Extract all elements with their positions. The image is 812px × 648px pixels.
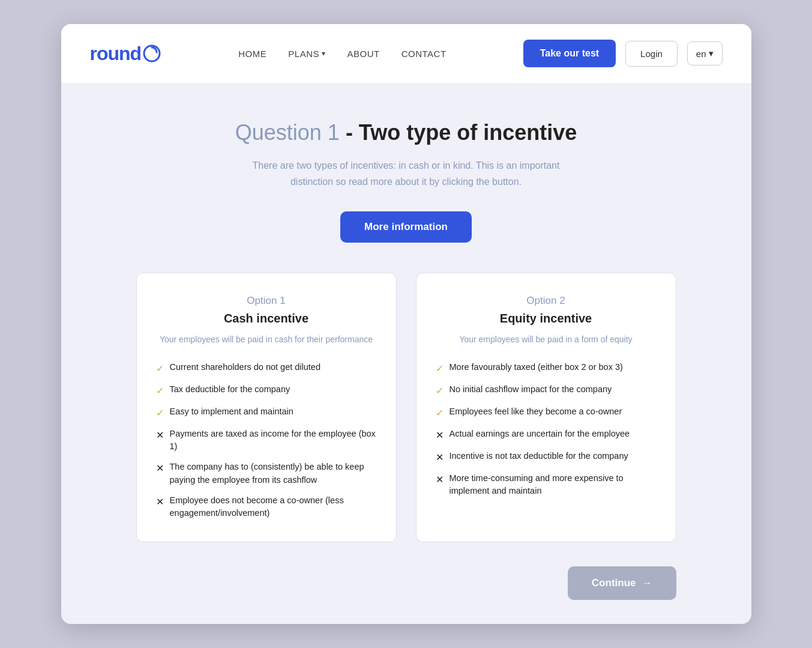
option-1-label: Option 1 bbox=[156, 295, 377, 307]
check-icon: ✓ bbox=[436, 384, 444, 398]
feature-text: Employee does not become a co-owner (les… bbox=[170, 494, 377, 521]
continue-button[interactable]: Continue → bbox=[568, 566, 676, 600]
feature-text: The company has to (consistently) be abl… bbox=[170, 461, 377, 487]
check-icon: ✓ bbox=[156, 384, 164, 398]
question-title: Question 1 - Two type of incentive bbox=[235, 120, 577, 145]
feature-text: Actual earnings are uncertain for the em… bbox=[450, 428, 630, 441]
feature-text: Tax deductible for the company bbox=[170, 383, 290, 396]
feature-text: Current shareholders do not get diluted bbox=[170, 361, 321, 374]
cross-icon: ✕ bbox=[436, 428, 444, 443]
take-test-button[interactable]: Take our test bbox=[523, 40, 616, 67]
cross-icon: ✕ bbox=[156, 428, 164, 443]
check-icon: ✓ bbox=[436, 406, 444, 420]
list-item: ✕ Actual earnings are uncertain for the … bbox=[436, 428, 657, 443]
lang-label: en bbox=[696, 49, 706, 59]
option-2-label: Option 2 bbox=[436, 295, 657, 307]
continue-row: Continue → bbox=[136, 566, 676, 600]
cross-icon: ✕ bbox=[156, 495, 164, 509]
check-icon: ✓ bbox=[156, 406, 164, 420]
arrow-icon: → bbox=[642, 577, 652, 589]
cross-icon: ✕ bbox=[436, 450, 444, 465]
list-item: ✕ Incentive is not tax deductible for th… bbox=[436, 450, 657, 465]
list-item: ✓ No initial cashflow impact for the com… bbox=[436, 383, 657, 398]
feature-text: Easy to implement and maintain bbox=[170, 405, 293, 419]
option-card-1[interactable]: Option 1 Cash incentive Your employees w… bbox=[136, 273, 397, 542]
nav-contact[interactable]: CONTACT bbox=[401, 49, 447, 59]
question-number: Question 1 bbox=[235, 120, 340, 145]
question-description: There are two types of incentives: in ca… bbox=[238, 157, 574, 190]
lang-chevron-icon: ▾ bbox=[709, 48, 714, 59]
list-item: ✕ Employee does not become a co-owner (l… bbox=[156, 494, 377, 521]
list-item: ✓ Employees feel like they become a co-o… bbox=[436, 405, 657, 420]
more-information-button[interactable]: More information bbox=[340, 211, 472, 243]
list-item: ✓ Easy to implement and maintain bbox=[156, 405, 377, 420]
list-item: ✓ Current shareholders do not get dilute… bbox=[156, 361, 377, 376]
feature-text: Employees feel like they become a co-own… bbox=[450, 405, 622, 419]
nav-about[interactable]: ABOUT bbox=[347, 49, 379, 59]
nav-actions: Take our test Login en ▾ bbox=[523, 40, 723, 67]
cross-icon: ✕ bbox=[436, 473, 444, 487]
feature-text: No initial cashflow impact for the compa… bbox=[450, 383, 612, 396]
logo-icon bbox=[142, 44, 161, 63]
feature-text: Incentive is not tax deductible for the … bbox=[450, 450, 628, 463]
chevron-down-icon: ▾ bbox=[322, 49, 326, 58]
nav-plans[interactable]: PLANS ▾ bbox=[288, 49, 325, 59]
option-2-subtitle: Your employees will be paid in a form of… bbox=[436, 333, 657, 346]
feature-text: More time-consuming and more expensive t… bbox=[450, 472, 657, 498]
feature-text: More favourably taxed (either box 2 or b… bbox=[450, 361, 623, 374]
main-content: Question 1 - Two type of incentive There… bbox=[61, 84, 751, 624]
option-1-features: ✓ Current shareholders do not get dilute… bbox=[156, 361, 377, 521]
list-item: ✓ Tax deductible for the company bbox=[156, 383, 377, 398]
list-item: ✕ The company has to (consistently) be a… bbox=[156, 461, 377, 487]
option-2-title: Equity incentive bbox=[436, 312, 657, 326]
app-window: round HOME PLANS ▾ ABOUT CONTACT Take ou… bbox=[61, 24, 751, 624]
navbar: round HOME PLANS ▾ ABOUT CONTACT Take ou… bbox=[61, 24, 751, 84]
list-item: ✕ Payments are taxed as income for the e… bbox=[156, 428, 377, 454]
option-2-features: ✓ More favourably taxed (either box 2 or… bbox=[436, 361, 657, 498]
list-item: ✕ More time-consuming and more expensive… bbox=[436, 472, 657, 498]
login-button[interactable]: Login bbox=[625, 41, 678, 67]
check-icon: ✓ bbox=[436, 362, 444, 376]
options-row: Option 1 Cash incentive Your employees w… bbox=[136, 273, 676, 542]
list-item: ✓ More favourably taxed (either box 2 or… bbox=[436, 361, 657, 376]
option-1-subtitle: Your employees will be paid in cash for … bbox=[156, 333, 377, 346]
question-title-text: - Two type of incentive bbox=[346, 120, 577, 145]
logo[interactable]: round bbox=[90, 43, 162, 65]
option-1-title: Cash incentive bbox=[156, 312, 377, 326]
option-card-2[interactable]: Option 2 Equity incentive Your employees… bbox=[416, 273, 676, 542]
lang-selector[interactable]: en ▾ bbox=[687, 41, 723, 65]
nav-links: HOME PLANS ▾ ABOUT CONTACT bbox=[238, 49, 446, 59]
nav-home[interactable]: HOME bbox=[238, 49, 266, 59]
check-icon: ✓ bbox=[156, 362, 164, 376]
continue-label: Continue bbox=[592, 577, 636, 589]
logo-text: round bbox=[90, 43, 142, 65]
feature-text: Payments are taxed as income for the emp… bbox=[170, 428, 377, 454]
cross-icon: ✕ bbox=[156, 461, 164, 476]
